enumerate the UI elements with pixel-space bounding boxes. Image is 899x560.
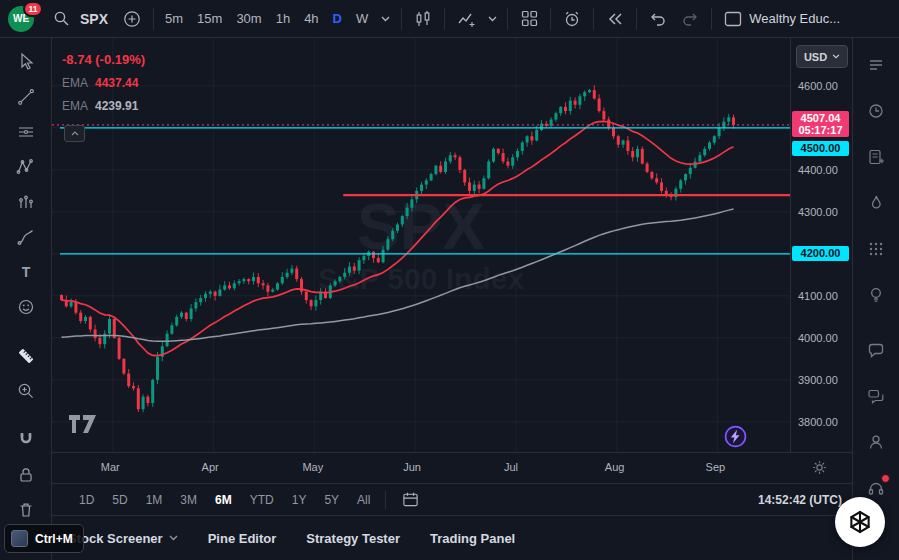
remove-drawings-icon[interactable] (7, 492, 45, 527)
ema-fast-value: 4437.44 (95, 76, 138, 90)
tab-pine-editor[interactable]: Pine Editor (208, 531, 277, 546)
boost-icon[interactable] (724, 425, 747, 452)
price-change-row[interactable]: -8.74 (-0.19%) (62, 48, 145, 71)
legend-collapse-button[interactable] (64, 125, 85, 142)
divider (636, 8, 637, 30)
magnet-tool-icon[interactable] (7, 422, 45, 457)
range-5d[interactable]: 5D (105, 490, 134, 510)
timeframe-5m[interactable]: 5m (159, 8, 189, 29)
indicators-button[interactable] (450, 5, 482, 33)
ema-slow-row[interactable]: EMA 4239.91 (62, 94, 145, 117)
price-axis-label: 4600.00 (798, 79, 838, 93)
messages-icon[interactable] (858, 373, 894, 419)
range-3m[interactable]: 3M (173, 490, 204, 510)
session-clock[interactable]: 14:52:42 (UTC) (758, 493, 842, 507)
range-all[interactable]: All (350, 490, 377, 510)
emoji-tool-icon[interactable] (7, 289, 45, 324)
chart-style-button[interactable] (407, 5, 439, 33)
range-ytd[interactable]: YTD (243, 490, 281, 510)
forecast-tool-icon[interactable] (7, 184, 45, 219)
timeframe-group: 5m15m30m1h4hDW (159, 8, 374, 29)
last-price-tag: 4507.04 05:17:17 (792, 111, 849, 137)
ema-slow-label: EMA (62, 99, 88, 113)
xabcd-pattern-tool-icon[interactable] (7, 149, 45, 184)
bar-replay-button[interactable] (599, 5, 631, 33)
price-level-tag: 4200.00 (792, 246, 849, 261)
timeframe-30m[interactable]: 30m (230, 8, 267, 29)
shortcut-text: Ctrl+M (35, 532, 73, 546)
range-1y[interactable]: 1Y (285, 490, 314, 510)
bottom-panel-tabs: Stock ScreenerPine EditorStrategy Tester… (52, 515, 852, 560)
account-menu-button[interactable]: WE 11 (8, 4, 38, 34)
cursor-tool-icon[interactable] (7, 44, 45, 79)
notification-dot (881, 474, 890, 483)
layout-name[interactable]: Wealthy Educ... (749, 11, 840, 26)
ideas-icon[interactable] (858, 272, 894, 318)
timeframe-menu-button[interactable] (374, 5, 396, 33)
tradingview-logo[interactable] (68, 414, 98, 438)
price-level-tag: 4500.00 (792, 141, 849, 156)
chart-pane[interactable]: SPX S&P 500 Index -8.74 (-0.19%) EMA 443… (52, 38, 852, 560)
range-5y[interactable]: 5Y (317, 490, 346, 510)
price-axis-label: 4000.00 (798, 331, 838, 345)
undo-button[interactable] (642, 5, 674, 33)
symbol-name: SPX (80, 11, 108, 27)
price-axis-label: 3900.00 (798, 373, 838, 387)
price-axis-label: 4100.00 (798, 289, 838, 303)
save-layout-icon[interactable] (717, 5, 749, 33)
chevron-down-icon (832, 54, 840, 59)
redo-button[interactable] (674, 5, 706, 33)
alerts-icon[interactable] (858, 88, 894, 134)
ema-fast-row[interactable]: EMA 4437.44 (62, 71, 145, 94)
layout-grid-button[interactable] (513, 5, 545, 33)
text-tool-icon[interactable]: T (7, 254, 45, 289)
zoom-tool-icon[interactable] (7, 373, 45, 408)
measure-tool-icon[interactable] (7, 338, 45, 373)
data-window-icon[interactable] (858, 226, 894, 272)
timeframe-15m[interactable]: 15m (191, 8, 228, 29)
timeframe-4h[interactable]: 4h (298, 8, 324, 29)
chat-icon[interactable] (858, 327, 894, 373)
tab-label: Strategy Tester (306, 531, 400, 546)
indicators-menu-caret-icon[interactable] (482, 5, 502, 33)
currency-label: USD (804, 51, 827, 63)
app-icon (11, 530, 28, 547)
trend-line-tool-icon[interactable] (7, 79, 45, 114)
brush-tool-icon[interactable] (7, 219, 45, 254)
divider (444, 8, 445, 30)
currency-selector[interactable]: USD (796, 45, 848, 68)
tab-strategy-tester[interactable]: Strategy Tester (306, 531, 400, 546)
timeframe-W[interactable]: W (350, 8, 374, 29)
range-1d[interactable]: 1D (72, 490, 101, 510)
tab-trading-panel[interactable]: Trading Panel (430, 531, 515, 546)
divider (593, 8, 594, 30)
divider (550, 8, 551, 30)
go-to-date-icon[interactable] (394, 488, 426, 512)
gear-icon[interactable] (812, 460, 827, 479)
time-axis-label: Jun (403, 461, 421, 473)
right-sidebar (852, 38, 899, 560)
price-axis[interactable]: USD 4507.04 05:17:17 4600.004500.004400.… (790, 38, 853, 452)
tab-stock-screener[interactable]: Stock Screener (68, 531, 178, 546)
watchlist-icon[interactable] (858, 42, 894, 88)
lock-tool-icon[interactable] (7, 457, 45, 492)
news-icon[interactable] (858, 134, 894, 180)
timeframe-D[interactable]: D (327, 8, 348, 29)
openai-logo[interactable] (835, 497, 885, 547)
streams-icon[interactable] (858, 419, 894, 465)
alert-button[interactable] (556, 5, 588, 33)
time-axis-label: Mar (101, 461, 120, 473)
chevron-down-icon (169, 535, 178, 541)
chart-plot-area[interactable]: SPX S&P 500 Index -8.74 (-0.19%) EMA 443… (52, 38, 790, 452)
horizontal-line-tool-icon[interactable] (7, 114, 45, 149)
time-axis[interactable]: MarAprMayJunJulAugSep (52, 452, 852, 483)
symbol-search-button[interactable]: SPX (44, 5, 116, 33)
timeframe-1h[interactable]: 1h (270, 8, 296, 29)
hotlists-icon[interactable] (858, 180, 894, 226)
range-6m[interactable]: 6M (208, 490, 239, 510)
ema-slow-value: 4239.91 (95, 99, 138, 113)
range-1m[interactable]: 1M (139, 490, 170, 510)
divider (401, 8, 402, 30)
price-axis-label: 3800.00 (798, 415, 838, 429)
compare-add-symbol-button[interactable] (116, 5, 148, 33)
